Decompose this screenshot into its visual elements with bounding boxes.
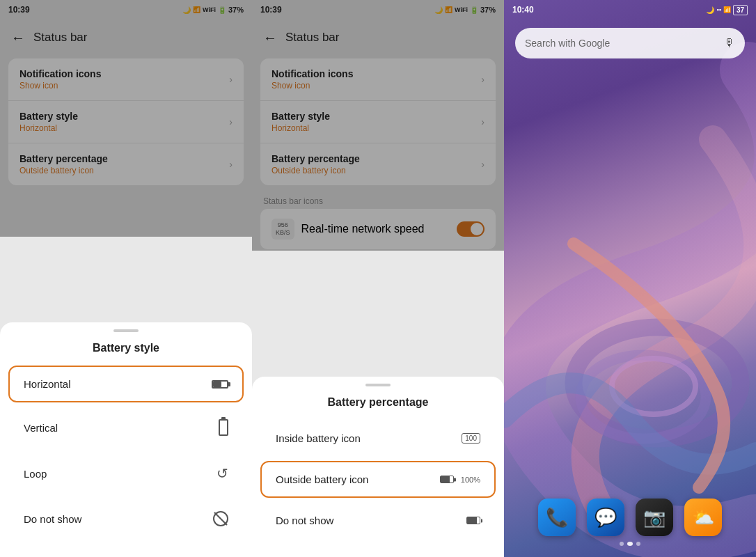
sheet-title-2: Battery percentage bbox=[252, 396, 504, 409]
app-icon-messages[interactable]: 💬 bbox=[587, 499, 624, 536]
sheet-item-horizontal[interactable]: Horizontal bbox=[8, 366, 244, 402]
home-status-icons: 🌙 ▪▪ 📶 37 bbox=[706, 5, 748, 15]
phone-icon: 📞 bbox=[546, 507, 568, 528]
panel-3: 10:40 🌙 ▪▪ 📶 37 Search with Google 🎙 📞 💬… bbox=[504, 0, 756, 557]
panel-2: 10:39 🌙 📶 WiFi 🔋 37% ← Status bar Notifi… bbox=[252, 0, 504, 557]
donotshow-label-2: Do not show bbox=[276, 515, 333, 526]
no-show-icon-1 bbox=[213, 511, 228, 526]
sheet-item-inside-battery[interactable]: Inside battery icon 100 bbox=[260, 420, 496, 457]
battery-style-sheet: Battery style Horizontal Vertical Loop ↺… bbox=[0, 322, 252, 557]
mic-icon[interactable]: 🎙 bbox=[724, 37, 735, 49]
dim-overlay-1 bbox=[0, 0, 252, 237]
sheet-handle-1 bbox=[113, 329, 139, 332]
app-dock: 📞 💬 📷 ⛅ bbox=[504, 499, 756, 536]
sheet-item-vertical[interactable]: Vertical bbox=[8, 407, 244, 448]
loop-icon: ↺ bbox=[216, 465, 228, 482]
status-bar-home: 10:40 🌙 ▪▪ 📶 37 bbox=[504, 0, 756, 19]
battery-horiz-icon bbox=[212, 380, 228, 389]
home-battery-icon: 37 bbox=[733, 5, 748, 15]
inside-batt-icon: 100 bbox=[462, 433, 480, 444]
vertical-label: Vertical bbox=[24, 422, 58, 434]
battery-percentage-sheet: Battery percentage Inside battery icon 1… bbox=[252, 377, 504, 557]
dim-overlay-2 bbox=[252, 0, 504, 251]
loop-label: Loop bbox=[24, 468, 47, 480]
app-icon-weather[interactable]: ⛅ bbox=[684, 499, 722, 536]
sheet-item-donotshow-1[interactable]: Do not show bbox=[8, 499, 244, 539]
donotshow-label-1: Do not show bbox=[24, 513, 81, 525]
battery-vert-icon bbox=[219, 419, 228, 436]
app-icon-camera[interactable]: 📷 bbox=[636, 499, 673, 536]
sheet-handle-2 bbox=[365, 384, 391, 386]
camera-icon: 📷 bbox=[643, 507, 666, 528]
search-bar-text: Search with Google bbox=[525, 38, 610, 49]
sheet-item-loop[interactable]: Loop ↺ bbox=[8, 453, 244, 494]
sheet-item-donotshow-2[interactable]: Do not show bbox=[260, 502, 496, 539]
sheet-title-1: Battery style bbox=[0, 342, 252, 354]
outside-battery-label: Outside battery icon bbox=[276, 473, 368, 485]
batt-donotshow-icon bbox=[466, 517, 480, 524]
home-content bbox=[504, 67, 756, 557]
search-bar[interactable]: Search with Google 🎙 bbox=[515, 28, 745, 58]
horizontal-label: Horizontal bbox=[24, 378, 71, 390]
inside-battery-label: Inside battery icon bbox=[276, 432, 361, 444]
home-signal-icon: ▪▪ bbox=[716, 6, 720, 13]
home-wifi-icon: 📶 bbox=[723, 6, 731, 13]
home-moon-icon: 🌙 bbox=[706, 6, 714, 14]
weather-icon: ⛅ bbox=[692, 507, 714, 528]
sheet-item-outside-battery[interactable]: Outside battery icon 100% bbox=[260, 461, 496, 498]
messages-icon: 💬 bbox=[594, 507, 617, 528]
outside-batt-icon: 100% bbox=[440, 476, 480, 484]
panel-1: 10:39 🌙 📶 WiFi 🔋 37% ← Status bar Notifi… bbox=[0, 0, 252, 557]
app-icon-phone[interactable]: 📞 bbox=[538, 499, 576, 536]
search-bar-wrapper: Search with Google 🎙 bbox=[504, 19, 756, 67]
home-status-time: 10:40 bbox=[512, 5, 534, 15]
